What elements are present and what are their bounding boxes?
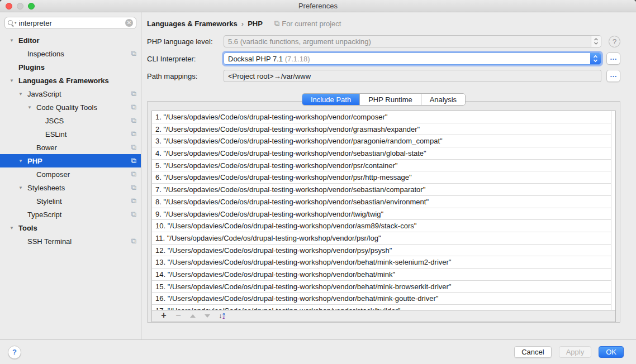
sidebar-item-label: SSH Terminal (27, 237, 129, 246)
include-path-row[interactable]: 3. "/Users/opdavies/Code/os/drupal-testi… (152, 135, 611, 147)
sidebar-item-jscs[interactable]: JSCS⧉ (0, 114, 141, 127)
breadcrumb-php: PHP (248, 20, 263, 28)
path-mappings-browse-button[interactable]: … (606, 70, 620, 82)
sidebar-item-label: JavaScript (27, 90, 129, 98)
expand-arrow-icon[interactable]: ▼ (18, 159, 27, 164)
include-path-row[interactable]: 15. "/Users/opdavies/Code/os/drupal-test… (152, 281, 611, 293)
cli-interpreter-version: (7.1.18) (285, 55, 310, 63)
sidebar-item-label: Plugins (18, 63, 136, 71)
sidebar-item-label: Inspections (27, 50, 129, 58)
sidebar-item-stylesheets[interactable]: ▼Stylesheets⧉ (0, 181, 141, 194)
include-path-row[interactable]: 8. "/Users/opdavies/Code/os/drupal-testi… (152, 196, 611, 208)
settings-search-field[interactable]: ▾ interpreter ✕ (4, 17, 136, 29)
include-path-row[interactable]: 16. "/Users/opdavies/Code/os/drupal-test… (152, 293, 611, 305)
sidebar-item-label: ESLint (45, 130, 129, 138)
include-path-row[interactable]: 4. "/Users/opdavies/Code/os/drupal-testi… (152, 147, 611, 160)
help-button[interactable]: ? (8, 346, 21, 359)
sidebar-item-editor[interactable]: ▼Editor (0, 33, 141, 47)
sort-alpha-icon: ↓ az (219, 312, 225, 320)
tab-analysis[interactable]: Analysis (421, 94, 465, 105)
include-path-list: 1. "/Users/opdavies/Code/os/drupal-testi… (151, 111, 616, 310)
language-level-value: 5.6 (variadic functions, argument unpack… (224, 37, 591, 46)
expand-arrow-icon[interactable]: ▼ (18, 92, 27, 97)
dialog-footer: ? Cancel Apply OK (0, 339, 636, 364)
sidebar-item-label: Stylelint (36, 197, 129, 205)
sidebar-item-label: Editor (18, 36, 136, 45)
language-level-dropdown[interactable]: 5.6 (variadic functions, argument unpack… (224, 35, 601, 47)
sidebar-item-typescript[interactable]: TypeScript⧉ (0, 208, 141, 221)
sidebar-item-languages-frameworks[interactable]: ▼Languages & Frameworks (0, 74, 141, 87)
expand-arrow-icon[interactable]: ▼ (27, 105, 36, 110)
include-path-row[interactable]: 9. "/Users/opdavies/Code/os/drupal-testi… (152, 208, 611, 221)
expand-arrow-icon[interactable]: ▼ (10, 226, 18, 231)
cli-interpreter-dropdown[interactable]: Docksal PHP 7.1 (7.1.18) (224, 52, 601, 65)
tab-include-path[interactable]: Include Path (302, 94, 359, 105)
list-toolbar: + − ↓ az (151, 310, 616, 322)
project-level-icon: ⧉ (129, 210, 136, 219)
include-path-row[interactable]: 14. "/Users/opdavies/Code/os/drupal-test… (152, 269, 611, 281)
path-mappings-value: <Project root>→/var/www (228, 72, 311, 80)
sidebar-item-stylelint[interactable]: Stylelint⧉ (0, 194, 141, 208)
include-path-row[interactable]: 11. "/Users/opdavies/Code/os/drupal-test… (152, 232, 611, 245)
help-icon[interactable]: ? (609, 36, 620, 47)
search-options-chevron-icon[interactable]: ▾ (15, 21, 17, 25)
move-up-button[interactable] (186, 310, 200, 322)
path-mappings-row: Path mappings: <Project root>→/var/www … (147, 70, 620, 82)
apply-button[interactable]: Apply (559, 346, 592, 358)
path-mappings-field[interactable]: <Project root>→/var/www (224, 70, 601, 82)
expand-arrow-icon[interactable]: ▼ (10, 78, 18, 83)
add-button[interactable]: + (156, 310, 171, 322)
include-path-row[interactable]: 10. "/Users/opdavies/Code/os/drupal-test… (152, 220, 611, 232)
include-path-row[interactable]: 7. "/Users/opdavies/Code/os/drupal-testi… (152, 184, 611, 196)
sidebar-item-php[interactable]: ▼PHP⧉ (0, 154, 141, 167)
sidebar-item-bower[interactable]: Bower⧉ (0, 141, 141, 154)
zoom-window-button[interactable] (28, 3, 35, 9)
ok-button[interactable]: OK (599, 346, 624, 358)
project-level-icon: ⧉ (129, 170, 136, 179)
tab-php-runtime[interactable]: PHP Runtime (359, 94, 421, 105)
include-path-row[interactable]: 12. "/Users/opdavies/Code/os/drupal-test… (152, 245, 611, 257)
project-level-icon: ⧉ (129, 103, 136, 112)
settings-content: Languages & Frameworks › PHP ⧉ For curre… (141, 12, 636, 339)
cancel-button[interactable]: Cancel (514, 346, 551, 358)
clear-search-icon[interactable]: ✕ (125, 19, 133, 27)
project-level-icon: ⧉ (129, 183, 136, 192)
search-input-value[interactable]: interpreter (19, 19, 125, 27)
sidebar-item-plugins[interactable]: Plugins (0, 60, 141, 74)
sidebar-item-tools[interactable]: ▼Tools (0, 221, 141, 234)
sidebar-item-composer[interactable]: Composer⧉ (0, 167, 141, 181)
dropdown-stepper-icon[interactable] (591, 36, 601, 47)
include-path-row[interactable]: 1. "/Users/opdavies/Code/os/drupal-testi… (152, 111, 611, 123)
expand-arrow-icon[interactable]: ▼ (18, 185, 27, 190)
include-path-row[interactable]: 17. "/Users/opdavies/Code/os/drupal-test… (152, 305, 611, 310)
sidebar-item-code-quality-tools[interactable]: ▼Code Quality Tools⧉ (0, 100, 141, 114)
php-settings-tabs: Include Path PHP Runtime Analysis (147, 93, 620, 106)
sidebar-item-eslint[interactable]: ESLint⧉ (0, 127, 141, 141)
interpreter-browse-button[interactable]: … (606, 52, 620, 65)
project-level-icon: ⧉ (129, 89, 136, 98)
sidebar-item-label: Stylesheets (27, 184, 129, 192)
breadcrumb-languages-frameworks[interactable]: Languages & Frameworks (147, 20, 238, 28)
sidebar-item-label: TypeScript (27, 210, 129, 219)
include-path-row[interactable]: 13. "/Users/opdavies/Code/os/drupal-test… (152, 256, 611, 269)
move-up-icon (190, 314, 196, 318)
expand-arrow-icon[interactable]: ▼ (10, 38, 18, 43)
window-title: Preferences (298, 2, 338, 10)
include-path-panel: 1. "/Users/opdavies/Code/os/drupal-testi… (147, 101, 620, 323)
preferences-window: Preferences ▾ interpreter ✕ ▼EditorInspe… (0, 0, 636, 364)
include-path-row[interactable]: 6. "/Users/opdavies/Code/os/drupal-testi… (152, 171, 611, 184)
include-path-row[interactable]: 5. "/Users/opdavies/Code/os/drupal-testi… (152, 160, 611, 172)
minimize-window-button[interactable] (17, 3, 23, 9)
scrollbar-track[interactable] (611, 111, 615, 310)
remove-button[interactable]: − (171, 310, 186, 322)
sidebar-item-javascript[interactable]: ▼JavaScript⧉ (0, 87, 141, 100)
close-window-button[interactable] (6, 3, 12, 9)
move-down-button[interactable] (200, 310, 215, 322)
cli-interpreter-row: CLI Interpreter: Docksal PHP 7.1 (7.1.18… (147, 52, 620, 65)
sort-button[interactable]: ↓ az (215, 310, 229, 322)
sidebar-item-ssh-terminal[interactable]: SSH Terminal⧉ (0, 234, 141, 248)
sidebar-item-inspections[interactable]: Inspections⧉ (0, 47, 141, 60)
dropdown-stepper-icon[interactable] (590, 53, 601, 64)
include-path-row[interactable]: 2. "/Users/opdavies/Code/os/drupal-testi… (152, 123, 611, 136)
project-level-icon: ⧉ (129, 156, 136, 165)
